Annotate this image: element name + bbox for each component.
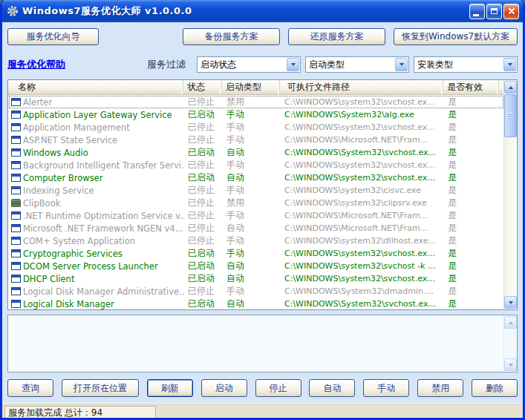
table-row[interactable]: Computer Browser 已启动 自动 C:\WINDOWS\syste…: [9, 171, 503, 184]
col-header-valid[interactable]: 是否有效: [443, 80, 499, 94]
gear-icon: [7, 5, 19, 17]
table-row[interactable]: Cryptographic Services 已启动 手动 C:\WINDOWS…: [9, 247, 503, 260]
minimize-button[interactable]: [469, 4, 485, 19]
window-title: Windows7服务优化大师 v1.0.0.0: [22, 4, 469, 18]
scroll-down-button[interactable]: [504, 358, 517, 371]
install-type-filter[interactable]: 安装类型: [414, 56, 518, 73]
table-row[interactable]: .NET Runtime Optimization Service v... 已…: [9, 209, 503, 222]
col-header-status[interactable]: 状态: [183, 80, 222, 94]
service-valid: 是: [444, 260, 500, 272]
service-name: Microsoft .NET Framework NGEN v4...: [23, 223, 183, 234]
service-name: Indexing Service: [23, 186, 94, 196]
service-status: 已启动: [184, 146, 223, 159]
chevron-down-icon[interactable]: [287, 58, 299, 71]
table-row[interactable]: ASP.NET State Service 已停止 手动 C:\WINDOWS\…: [9, 134, 503, 146]
service-status: 已停止: [184, 121, 223, 134]
delete-button[interactable]: 删除: [472, 379, 518, 397]
table-header: 名称 状态 启动类型 可执行文件路径 是否有效: [8, 80, 517, 95]
minimize-icon: [473, 14, 479, 16]
maximize-button[interactable]: [486, 4, 502, 19]
col-header-path[interactable]: 可执行文件路径: [280, 80, 443, 94]
description-scrollbar[interactable]: [503, 316, 516, 371]
help-link[interactable]: 服务优化帮助: [7, 58, 65, 71]
service-icon: [11, 262, 21, 270]
service-icon: [11, 136, 21, 144]
refresh-button[interactable]: 刷新: [147, 379, 193, 397]
top-toolbar: 服务优化向导 备份服务方案 还原服务方案 恢复到Windows7默认方案: [7, 28, 518, 45]
table-row[interactable]: ClipBook 已停止 禁用 C:\WINDOWS\system32\clip…: [9, 197, 503, 209]
table-row[interactable]: Indexing Service 已停止 手动 C:\WINDOWS\syste…: [9, 184, 503, 197]
service-status: 已启动: [184, 171, 223, 184]
scroll-down-button[interactable]: [504, 296, 517, 309]
service-name: Application Layer Gateway Service: [23, 110, 172, 120]
service-description-box[interactable]: [7, 315, 518, 373]
service-valid: 是: [444, 209, 500, 222]
table-row[interactable]: Logical Disk Manager 已启动 自动 C:\WINDOWS\S…: [9, 298, 503, 309]
scroll-up-button[interactable]: [504, 81, 517, 93]
service-path: C:\WINDOWS\system32\svchost.ex...: [281, 171, 444, 184]
service-startup-type: 手动: [223, 234, 281, 247]
service-startup-type: 自动: [223, 171, 281, 184]
open-location-button[interactable]: 打开所在位置: [62, 379, 139, 397]
manual-start-button[interactable]: 手动: [363, 379, 409, 397]
chevron-down-icon[interactable]: [395, 58, 408, 71]
install-type-filter-value: 安装类型: [414, 59, 503, 71]
status-bar: 服务加载完成 总计：94: [2, 403, 523, 420]
service-icon: [11, 287, 21, 295]
startup-status-filter-value: 启动状态: [198, 59, 286, 71]
service-path: C:\WINDOWS\System32\dmadmin....: [281, 285, 444, 298]
service-path: C:\WINDOWS\system32\svchost -k ...: [281, 260, 444, 272]
service-name: COM+ System Application: [23, 236, 135, 246]
service-icon: [11, 174, 21, 182]
table-row[interactable]: Application Management 已停止 手动 C:\WINDOWS…: [9, 121, 503, 134]
titlebar[interactable]: Windows7服务优化大师 v1.0.0.0: [2, 0, 523, 22]
service-icon: [11, 237, 21, 245]
auto-start-button[interactable]: 自动: [309, 379, 355, 397]
table-row[interactable]: Application Layer Gateway Service 已启动 手动…: [9, 108, 503, 121]
table-row[interactable]: Alerter 已停止 禁用 C:\WINDOWS\system32\svcho…: [9, 96, 503, 108]
service-name: DCOM Server Process Launcher: [23, 261, 158, 272]
service-icon: [11, 275, 21, 283]
service-startup-type: 手动: [223, 247, 281, 260]
col-header-name[interactable]: 名称: [8, 80, 183, 94]
service-icon: [11, 111, 21, 119]
table-row[interactable]: Logical Disk Manager Administrative... 已…: [9, 285, 503, 298]
restore-plan-button[interactable]: 还原服务方案: [288, 28, 385, 45]
start-button[interactable]: 启动: [201, 379, 247, 397]
scrollbar-thumb[interactable]: [504, 94, 517, 137]
app-window: Windows7服务优化大师 v1.0.0.0 服务优化向导 备份服务方案 还原…: [0, 0, 525, 420]
table-row[interactable]: COM+ System Application 已停止 手动 C:\WINDOW…: [9, 234, 503, 247]
table-row[interactable]: Background Intelligent Transfer Servi...…: [9, 159, 503, 171]
wizard-button[interactable]: 服务优化向导: [7, 28, 99, 45]
service-path: C:\WINDOWS\system32\svchost.ex...: [281, 96, 444, 108]
service-name: DHCP Client: [23, 274, 74, 284]
startup-type-filter[interactable]: 启动类型: [305, 56, 409, 73]
scroll-up-button[interactable]: [504, 316, 517, 329]
close-button[interactable]: [503, 4, 519, 19]
service-icon: [11, 224, 21, 232]
col-header-startup-type[interactable]: 启动类型: [222, 80, 280, 94]
backup-plan-button[interactable]: 备份服务方案: [183, 28, 280, 45]
service-startup-type: 手动: [223, 134, 281, 146]
table-scrollbar[interactable]: [503, 81, 516, 309]
query-button[interactable]: 查询: [7, 379, 53, 397]
service-name: Logical Disk Manager Administrative...: [23, 286, 184, 297]
startup-status-filter[interactable]: 启动状态: [197, 56, 301, 73]
service-icon: [11, 98, 21, 106]
service-valid: 是: [444, 234, 500, 247]
service-startup-type: 自动: [223, 222, 281, 234]
disable-button[interactable]: 禁用: [417, 379, 463, 397]
stop-button[interactable]: 停止: [255, 379, 301, 397]
service-valid: 是: [444, 121, 500, 134]
chevron-down-icon[interactable]: [503, 58, 516, 71]
table-row[interactable]: Microsoft .NET Framework NGEN v4... 已停止 …: [9, 222, 503, 234]
service-table: 名称 状态 启动类型 可执行文件路径 是否有效 Alerter 已停止 禁用 C…: [7, 79, 518, 310]
service-name: Logical Disk Manager: [23, 299, 114, 309]
service-startup-type: 手动: [223, 108, 281, 121]
table-row[interactable]: DCOM Server Process Launcher 已启动 自动 C:\W…: [9, 260, 503, 272]
service-name: Background Intelligent Transfer Servi...: [23, 160, 184, 171]
table-row[interactable]: Windows Audio 已启动 自动 C:\WINDOWS\System32…: [9, 146, 503, 159]
table-row[interactable]: DHCP Client 已启动 自动 C:\WINDOWS\system32\s…: [9, 272, 503, 285]
restore-default-button[interactable]: 恢复到Windows7默认方案: [394, 28, 518, 45]
service-startup-type: 禁用: [223, 197, 281, 209]
